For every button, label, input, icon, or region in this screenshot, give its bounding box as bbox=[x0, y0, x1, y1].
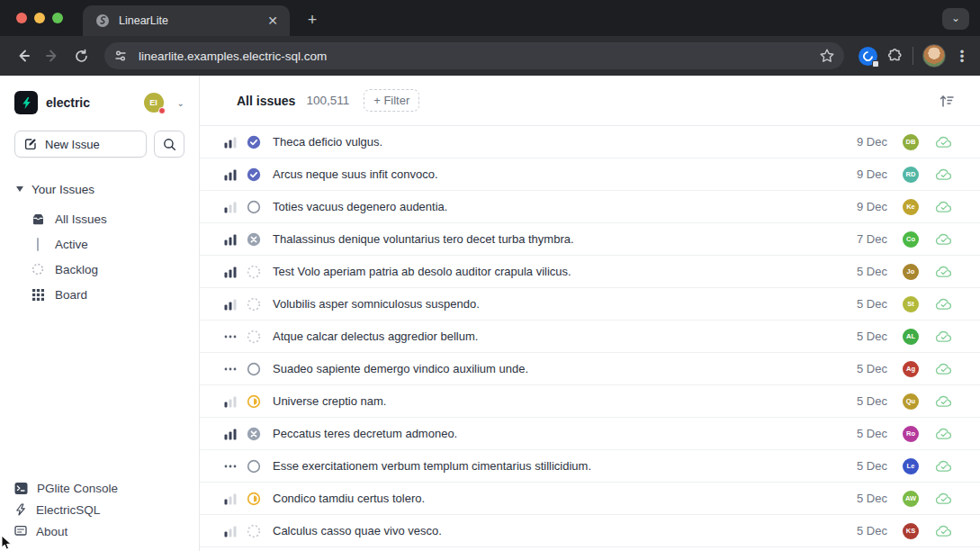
issue-title[interactable]: Atque calcar delectus aggredior bellum. bbox=[273, 330, 857, 343]
priority-none-icon[interactable] bbox=[223, 330, 238, 344]
issue-title[interactable]: Test Volo aperiam patria ab desolo audit… bbox=[273, 265, 857, 278]
reload-button[interactable] bbox=[68, 43, 94, 68]
priority-high-icon[interactable] bbox=[223, 265, 238, 279]
priority-low-icon[interactable] bbox=[223, 200, 238, 214]
assignee-avatar[interactable]: Jo bbox=[903, 264, 919, 280]
priority-none-icon[interactable] bbox=[223, 362, 238, 376]
issue-row[interactable]: Atque calcar delectus aggredior bellum. … bbox=[200, 321, 980, 353]
browser-tab[interactable]: LinearLite ✕ bbox=[83, 5, 290, 36]
sidebar-item-active[interactable]: Active bbox=[14, 231, 184, 257]
issue-row[interactable]: Esse exercitationem verbum templum cimen… bbox=[200, 450, 980, 483]
status-todo-icon[interactable] bbox=[247, 459, 261, 474]
issue-title[interactable]: Calculus casso quae vivo vesco. bbox=[273, 524, 857, 537]
issue-title[interactable]: Suadeo sapiente demergo vindico auxilium… bbox=[273, 362, 857, 375]
priority-medium-icon[interactable] bbox=[223, 297, 238, 312]
tab-search-chevron-icon[interactable]: ⌄ bbox=[942, 8, 969, 30]
sidebar-item-pglite-console[interactable]: PGlite Console bbox=[14, 477, 118, 499]
assignee-avatar[interactable]: Ag bbox=[903, 361, 919, 377]
url-text[interactable]: linearlite.examples.electric-sql.com bbox=[139, 50, 819, 63]
assignee-avatar[interactable]: AL bbox=[903, 329, 919, 345]
status-backlog-icon[interactable] bbox=[247, 265, 261, 279]
assignee-avatar[interactable]: DB bbox=[903, 134, 919, 150]
assignee-avatar[interactable]: St bbox=[903, 296, 919, 312]
priority-low-icon[interactable] bbox=[223, 394, 238, 409]
new-tab-button[interactable]: + bbox=[301, 9, 324, 32]
issue-row[interactable]: Volubilis asper somniculosus suspendo. 5… bbox=[200, 288, 980, 321]
assignee-avatar[interactable]: RD bbox=[903, 167, 919, 183]
issue-title[interactable]: Arcus neque suus infit convoco. bbox=[273, 167, 857, 181]
priority-medium-icon[interactable] bbox=[223, 135, 238, 149]
profile-avatar[interactable] bbox=[922, 44, 946, 68]
issue-row[interactable]: Theca deficio vulgus. 9 Dec DB bbox=[200, 126, 980, 158]
assignee-avatar[interactable]: AW bbox=[903, 491, 919, 507]
status-todo-icon[interactable] bbox=[247, 200, 261, 214]
sidebar-item-all-issues[interactable]: All Issues bbox=[14, 206, 184, 231]
extension-icon-blue[interactable] bbox=[859, 47, 877, 66]
status-todo-icon[interactable] bbox=[247, 362, 261, 376]
sidebar-item-board[interactable]: Board bbox=[14, 282, 184, 307]
workspace-switcher[interactable]: electric EI ⌄ bbox=[14, 90, 184, 115]
issue-title[interactable]: Peccatus teres decretum admoneo. bbox=[273, 427, 857, 440]
status-canceled-icon[interactable] bbox=[247, 427, 261, 441]
issue-row[interactable]: Calculus casso quae vivo vesco. 5 Dec KS bbox=[200, 515, 980, 547]
status-backlog-icon[interactable] bbox=[247, 297, 261, 312]
chevron-down-icon[interactable]: ⌄ bbox=[177, 98, 184, 108]
issue-title[interactable]: Thalassinus denique voluntarius tero dec… bbox=[273, 232, 857, 246]
issue-title[interactable]: Toties vacuus degenero audentia. bbox=[273, 200, 857, 213]
assignee-avatar[interactable]: Ro bbox=[903, 426, 919, 442]
issue-title[interactable]: Universe creptio nam. bbox=[273, 394, 857, 408]
issue-row[interactable]: Universe creptio nam. 5 Dec Qu bbox=[200, 385, 980, 418]
site-settings-icon[interactable] bbox=[110, 45, 131, 67]
sidebar-item-about[interactable]: About bbox=[14, 520, 118, 542]
issue-title[interactable]: Theca deficio vulgus. bbox=[273, 135, 857, 149]
issue-row[interactable]: Arcus neque suus infit convoco. 9 Dec RD bbox=[200, 158, 980, 191]
status-in_progress-icon[interactable] bbox=[247, 394, 261, 409]
issue-title[interactable]: Condico tamdiu certus tolero. bbox=[273, 492, 857, 505]
minimize-window-button[interactable] bbox=[34, 13, 45, 23]
issue-title[interactable]: Esse exercitationem verbum templum cimen… bbox=[273, 459, 857, 473]
maximize-window-button[interactable] bbox=[52, 13, 63, 23]
user-avatar[interactable]: EI bbox=[144, 93, 164, 113]
issue-row[interactable]: Toties vacuus degenero audentia. 9 Dec K… bbox=[200, 191, 980, 223]
assignee-avatar[interactable]: Qu bbox=[903, 393, 919, 410]
close-window-button[interactable] bbox=[16, 13, 27, 23]
assignee-avatar[interactable]: Le bbox=[903, 458, 919, 474]
priority-high-icon[interactable] bbox=[223, 427, 238, 441]
issue-title[interactable]: Volubilis asper somniculosus suspendo. bbox=[273, 297, 857, 311]
new-issue-button[interactable]: New Issue bbox=[14, 131, 147, 158]
status-in_progress-icon[interactable] bbox=[247, 492, 261, 506]
forward-button[interactable] bbox=[40, 43, 65, 68]
page-title: All issues bbox=[237, 94, 295, 108]
status-done-icon[interactable] bbox=[247, 167, 261, 182]
your-issues-section[interactable]: Your Issues bbox=[14, 179, 184, 199]
status-done-icon[interactable] bbox=[247, 135, 261, 149]
priority-high-icon[interactable] bbox=[223, 167, 238, 182]
status-backlog-icon[interactable] bbox=[247, 524, 261, 538]
browser-menu-icon[interactable]: ••• bbox=[955, 50, 969, 63]
filter-button[interactable]: + Filter bbox=[364, 89, 419, 112]
search-button[interactable] bbox=[154, 131, 184, 158]
tab-close-icon[interactable]: ✕ bbox=[265, 14, 281, 28]
bookmark-star-icon[interactable] bbox=[819, 48, 835, 64]
sidebar-item-backlog[interactable]: Backlog bbox=[14, 257, 184, 282]
status-canceled-icon[interactable] bbox=[247, 232, 261, 247]
issue-row[interactable]: Condico tamdiu certus tolero. 5 Dec AW bbox=[200, 483, 980, 515]
issue-row[interactable]: Thalassinus denique voluntarius tero dec… bbox=[200, 223, 980, 256]
address-bar[interactable]: linearlite.examples.electric-sql.com bbox=[104, 42, 844, 69]
sort-icon[interactable] bbox=[939, 93, 955, 109]
sidebar-item-electricsql[interactable]: ElectricSQL bbox=[14, 499, 118, 520]
notification-dot bbox=[158, 107, 166, 114]
issue-row[interactable]: Test Volo aperiam patria ab desolo audit… bbox=[200, 256, 980, 288]
extensions-puzzle-icon[interactable] bbox=[886, 48, 904, 65]
issue-row[interactable]: Suadeo sapiente demergo vindico auxilium… bbox=[200, 353, 980, 385]
priority-none-icon[interactable] bbox=[223, 459, 238, 474]
priority-low-icon[interactable] bbox=[223, 524, 238, 538]
assignee-avatar[interactable]: KS bbox=[903, 523, 919, 539]
assignee-avatar[interactable]: Co bbox=[903, 231, 919, 248]
priority-high-icon[interactable] bbox=[223, 232, 238, 247]
assignee-avatar[interactable]: Ke bbox=[903, 199, 919, 215]
priority-low-icon[interactable] bbox=[223, 492, 238, 506]
status-backlog-icon[interactable] bbox=[247, 330, 261, 344]
issue-row[interactable]: Peccatus teres decretum admoneo. 5 Dec R… bbox=[200, 418, 980, 450]
back-button[interactable] bbox=[11, 43, 36, 68]
